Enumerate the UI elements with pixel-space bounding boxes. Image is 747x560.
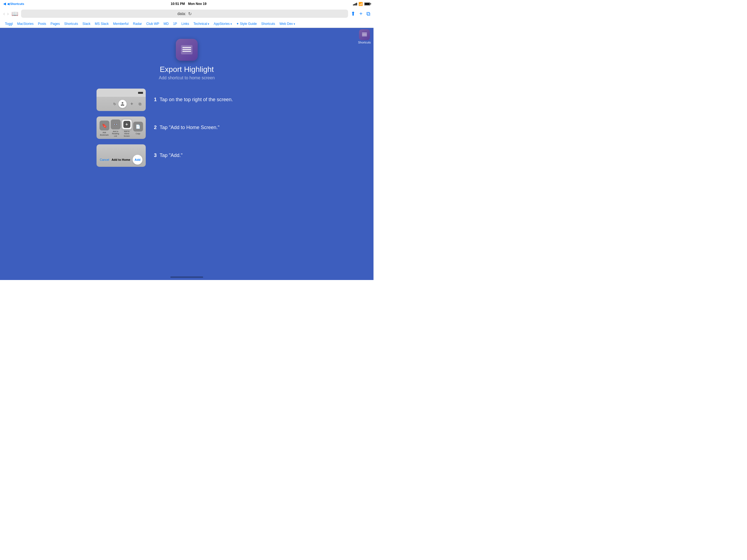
signal-bars: [353, 2, 357, 5]
bookmark-radar[interactable]: Radar: [131, 22, 144, 26]
add-home-label: Add to Home Screen: [122, 130, 132, 137]
glasses-icon: 👓: [113, 122, 118, 127]
bookmark-posts[interactable]: Posts: [36, 22, 48, 26]
svg-rect-1: [362, 34, 367, 35]
preview-plus: +: [129, 101, 135, 107]
app-icon-svg: [180, 43, 194, 57]
preview-share-highlight: [119, 100, 127, 108]
preview-dialog-title: Add to Home: [111, 158, 130, 161]
bookmark-shortcuts-2[interactable]: Shortcuts: [259, 22, 277, 26]
bookmark-toggl[interactable]: Toggl: [3, 22, 15, 26]
battery-icon: [364, 2, 370, 5]
bookmark-ms-slack[interactable]: MS Slack: [93, 22, 111, 26]
bookmark-technical[interactable]: Technical: [191, 22, 212, 26]
shortcuts-corner-badge: Shortcuts: [358, 29, 371, 44]
preview-reload-icon: ↻: [113, 102, 116, 106]
share-reading-list: 👓 Add to Reading List: [110, 120, 121, 137]
back-button[interactable]: ◀ ◀ Shortcuts: [3, 2, 24, 6]
reading-list-label: Add to Reading List: [110, 130, 121, 137]
wifi-icon: 📶: [358, 2, 363, 6]
bookmark-macstories[interactable]: MacStories: [15, 22, 36, 26]
nav-arrows: ‹ ›: [3, 11, 9, 17]
app-header: Export Highlight Add shortcut to home sc…: [159, 28, 215, 88]
preview-tab: ⧉: [137, 101, 143, 107]
bookmarks-bar: Toggl MacStories Posts Pages Shortcuts S…: [0, 20, 374, 28]
back-arrow-button[interactable]: ‹: [3, 11, 5, 17]
bookmark-pages[interactable]: Pages: [48, 22, 62, 26]
shortcuts-corner-label: Shortcuts: [358, 41, 371, 44]
app-icon: [176, 39, 198, 61]
step-1-preview: ↻ + ⧉: [97, 88, 146, 111]
share-add-home: + Add to Home Screen: [122, 120, 132, 137]
main-content: Shortcuts Export Highlight Add shortcut …: [0, 28, 374, 280]
svg-rect-4: [182, 47, 191, 48]
status-left: ◀ ◀ Shortcuts: [3, 2, 24, 6]
svg-rect-2: [362, 35, 367, 36]
bookmark-web-dev[interactable]: Web Dev: [277, 22, 297, 26]
step-2-row: 🔖 Add Bookmark 👓 Add to Reading List +: [97, 117, 277, 139]
bookmark-md[interactable]: MD: [161, 22, 171, 26]
share-add-bookmark: 🔖 Add Bookmark: [99, 121, 110, 136]
bookmark-memberful[interactable]: Memberful: [111, 22, 131, 26]
preview-cancel-text: Cancel: [100, 158, 109, 161]
status-time: 10:51 PM Mon Nov 19: [171, 2, 206, 6]
steps-container: ↻ + ⧉ 1 Tap on the top right of the scre…: [91, 88, 282, 167]
preview-battery: [138, 92, 143, 94]
status-right: 📶: [353, 2, 370, 6]
add-home-icon-box: +: [122, 120, 132, 129]
bookmark-links[interactable]: Links: [179, 22, 191, 26]
bookmark-appstories[interactable]: AppStories: [211, 22, 234, 26]
add-bookmark-icon: 🔖: [100, 121, 109, 130]
url-text: data:: [177, 11, 186, 16]
back-label: ◀ Shortcuts: [7, 2, 24, 6]
step-3-preview: Cancel Add to Home Add: [97, 144, 146, 167]
add-home-plus-icon: +: [123, 121, 130, 128]
back-arrow: ◀: [3, 2, 6, 6]
bookmark-style-guide[interactable]: ✦ Style Guide: [234, 22, 259, 26]
bookmark-1p[interactable]: 1P: [171, 22, 179, 26]
svg-rect-5: [182, 49, 191, 50]
step-3-row: Cancel Add to Home Add 3 Tap "Add.": [97, 144, 277, 167]
svg-rect-0: [362, 33, 367, 33]
bookmark-slack[interactable]: Slack: [80, 22, 93, 26]
step-2-text: 2 Tap "Add to Home Screen.": [154, 124, 277, 131]
step-2-preview: 🔖 Add Bookmark 👓 Add to Reading List +: [97, 117, 146, 139]
navigation-bar: ‹ › 📖 data: ↻ ⬆ + ⧉: [0, 8, 374, 20]
address-bar[interactable]: data: ↻: [21, 9, 348, 18]
bookmark-club-wp[interactable]: Club WP: [144, 22, 161, 26]
bookmarks-button[interactable]: 📖: [11, 10, 18, 17]
step-1-row: ↻ + ⧉ 1 Tap on the top right of the scre…: [97, 88, 277, 111]
share-button[interactable]: ⬆: [351, 10, 356, 17]
forward-arrow-button[interactable]: ›: [7, 11, 9, 17]
reload-button[interactable]: ↻: [188, 11, 192, 17]
app-subtitle: Add shortcut to home screen: [159, 75, 215, 80]
step-1-text: 1 Tap on the top right of the screen.: [154, 96, 277, 103]
shortcuts-corner-icon: [359, 29, 370, 40]
copy-icon: 📄: [136, 124, 140, 129]
add-bookmark-label: Add Bookmark: [99, 131, 110, 136]
app-title: Export Highlight: [160, 65, 214, 74]
status-bar: ◀ ◀ Shortcuts 10:51 PM Mon Nov 19 📶: [0, 0, 374, 8]
copy-label: Copy: [136, 133, 140, 135]
bookmark-shortcuts[interactable]: Shortcuts: [62, 22, 80, 26]
step-3-text: 3 Tap "Add.": [154, 152, 277, 159]
preview-add-btn: Add: [133, 155, 143, 164]
bookmark-icon: 🔖: [102, 123, 107, 128]
nav-actions: ⬆ + ⧉: [351, 10, 370, 17]
copy-icon-box: 📄: [133, 122, 143, 131]
reading-list-icon-box: 👓: [111, 120, 121, 129]
add-tab-button[interactable]: +: [359, 11, 363, 17]
share-copy: 📄 Copy: [133, 122, 143, 135]
tabs-button[interactable]: ⧉: [366, 11, 370, 17]
home-bar: [170, 276, 203, 278]
svg-rect-6: [182, 51, 191, 52]
